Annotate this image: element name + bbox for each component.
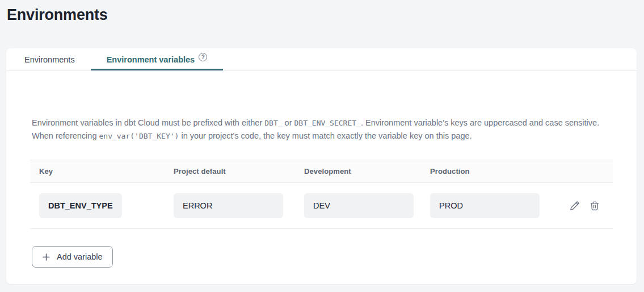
tab-environments[interactable]: Environments [9,48,91,70]
production-value-chip: PROD [430,193,540,218]
code-env-var-example: env_var('DBT_KEY') [99,132,179,140]
card-body: Environment variables in dbt Cloud must … [6,116,637,268]
pencil-icon [569,205,580,213]
cell-development: DEV [304,193,430,218]
plus-icon [42,253,50,261]
code-dbt-env-secret-prefix: DBT_ENV_SECRET_ [294,119,361,127]
tab-environments-label: Environments [24,55,75,64]
cell-production: PROD [430,193,556,218]
cell-key: DBT_ENV_TYPE [39,193,174,218]
delete-variable-button[interactable] [589,200,600,211]
trash-icon [589,205,600,213]
column-header-production: Production [430,167,556,176]
page-title: Environments [7,6,644,24]
description-part-4: in your project's code, the key must mat… [179,131,472,140]
description-text: Environment variables in dbt Cloud must … [32,116,613,143]
description-part-2: or [283,118,294,127]
help-icon[interactable]: ? [199,53,207,61]
row-actions [556,200,604,211]
environments-card: Environments Environment variables ? Env… [6,48,637,284]
table-row: DBT_ENV_TYPE ERROR DEV PROD [30,183,613,229]
add-variable-label: Add variable [57,252,103,261]
column-header-project-default: Project default [174,167,304,176]
development-value-chip: DEV [304,193,414,218]
description-part-1: Environment variables in dbt Cloud must … [32,118,264,127]
table-header-row: Key Project default Development Producti… [30,160,613,183]
add-variable-button[interactable]: Add variable [32,246,113,268]
column-header-key: Key [39,167,174,176]
env-variables-table: Key Project default Development Producti… [30,160,613,229]
tabbar: Environments Environment variables ? [6,48,637,71]
tab-environment-variables-label: Environment variables [107,55,195,64]
project-default-value-chip: ERROR [174,193,283,218]
variable-key-chip: DBT_ENV_TYPE [39,193,122,218]
cell-project-default: ERROR [174,193,304,218]
column-header-development: Development [304,167,430,176]
tab-environment-variables[interactable]: Environment variables ? [91,48,224,70]
edit-variable-button[interactable] [569,200,580,211]
code-dbt-prefix: DBT_ [264,119,282,127]
